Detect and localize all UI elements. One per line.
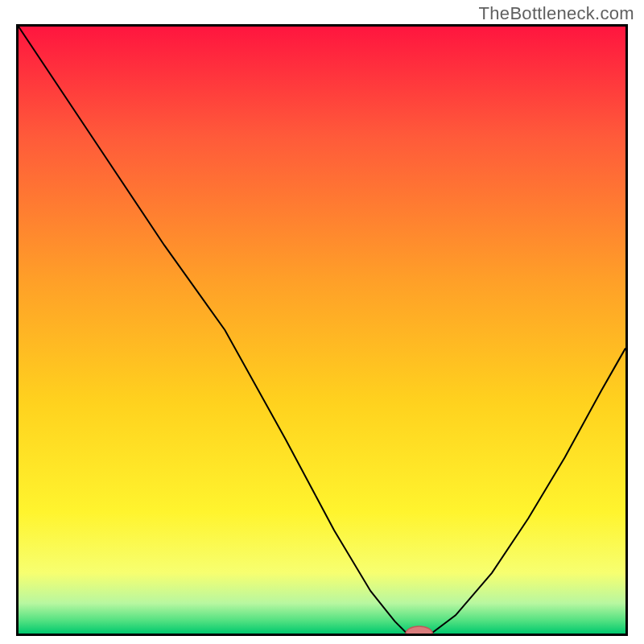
plot-frame bbox=[16, 24, 628, 636]
plot-background bbox=[19, 27, 625, 634]
plot-svg bbox=[19, 27, 625, 634]
watermark-text: TheBottleneck.com bbox=[479, 3, 634, 24]
chart-container: TheBottleneck.com bbox=[0, 0, 644, 644]
